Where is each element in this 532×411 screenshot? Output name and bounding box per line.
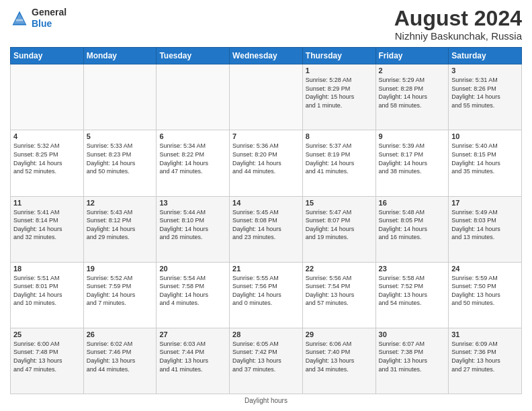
day-info: Sunrise: 5:33 AM Sunset: 8:23 PM Dayligh… <box>87 142 154 175</box>
day-number: 19 <box>87 265 154 273</box>
table-row: 27Sunrise: 6:03 AM Sunset: 7:44 PM Dayli… <box>157 328 230 394</box>
col-saturday: Saturday <box>449 48 522 64</box>
table-row: 3Sunrise: 5:31 AM Sunset: 8:26 PM Daylig… <box>449 64 522 130</box>
svg-marker-1 <box>13 13 26 24</box>
day-info: Sunrise: 5:29 AM Sunset: 8:28 PM Dayligh… <box>379 76 446 109</box>
day-number: 13 <box>159 199 226 207</box>
week-row-0: 1Sunrise: 5:28 AM Sunset: 8:29 PM Daylig… <box>11 64 522 130</box>
day-info: Sunrise: 5:31 AM Sunset: 8:26 PM Dayligh… <box>451 76 519 109</box>
day-number: 29 <box>306 330 373 338</box>
day-info: Sunrise: 5:56 AM Sunset: 7:54 PM Dayligh… <box>306 274 373 308</box>
day-number: 1 <box>306 66 373 75</box>
title-section: August 2024 Nizhniy Baskunchak, Russia <box>394 7 522 42</box>
day-number: 15 <box>306 199 373 207</box>
day-info: Sunrise: 5:39 AM Sunset: 8:17 PM Dayligh… <box>379 142 446 175</box>
table-row: 15Sunrise: 5:47 AM Sunset: 8:07 PM Dayli… <box>302 196 375 262</box>
table-row: 4Sunrise: 5:32 AM Sunset: 8:25 PM Daylig… <box>11 130 84 196</box>
day-number: 25 <box>13 330 81 338</box>
day-info: Sunrise: 6:00 AM Sunset: 7:48 PM Dayligh… <box>13 340 81 373</box>
table-row <box>83 64 157 130</box>
day-info: Sunrise: 5:37 AM Sunset: 8:19 PM Dayligh… <box>306 142 373 175</box>
table-row: 13Sunrise: 5:44 AM Sunset: 8:10 PM Dayli… <box>157 196 230 262</box>
day-number: 14 <box>232 199 300 207</box>
table-row: 20Sunrise: 5:54 AM Sunset: 7:58 PM Dayli… <box>157 262 230 328</box>
col-thursday: Thursday <box>302 48 375 64</box>
footer: Daylight hours <box>10 397 522 404</box>
day-number: 31 <box>451 330 519 338</box>
col-sunday: Sunday <box>11 48 84 64</box>
logo-text: General Blue <box>32 7 66 30</box>
table-row: 10Sunrise: 5:40 AM Sunset: 8:15 PM Dayli… <box>449 130 522 196</box>
col-wednesday: Wednesday <box>230 48 303 64</box>
table-row: 21Sunrise: 5:55 AM Sunset: 7:56 PM Dayli… <box>230 262 303 328</box>
day-number: 17 <box>451 199 519 207</box>
day-number: 4 <box>13 132 81 140</box>
day-number: 6 <box>159 132 226 140</box>
day-info: Sunrise: 5:47 AM Sunset: 8:07 PM Dayligh… <box>306 208 373 242</box>
day-number: 26 <box>87 330 154 338</box>
svg-rect-2 <box>16 19 24 21</box>
day-info: Sunrise: 5:51 AM Sunset: 8:01 PM Dayligh… <box>13 274 81 308</box>
table-row: 17Sunrise: 5:49 AM Sunset: 8:03 PM Dayli… <box>449 196 522 262</box>
day-number: 20 <box>159 265 226 273</box>
calendar-header-row: Sunday Monday Tuesday Wednesday Thursday… <box>11 48 522 64</box>
table-row: 1Sunrise: 5:28 AM Sunset: 8:29 PM Daylig… <box>302 64 375 130</box>
day-info: Sunrise: 5:40 AM Sunset: 8:15 PM Dayligh… <box>451 142 519 175</box>
logo-icon <box>10 9 29 28</box>
page: General Blue August 2024 Nizhniy Baskunc… <box>0 0 532 411</box>
day-number: 23 <box>379 265 446 273</box>
logo: General Blue <box>10 7 66 30</box>
table-row: 25Sunrise: 6:00 AM Sunset: 7:48 PM Dayli… <box>11 328 84 394</box>
day-info: Sunrise: 6:07 AM Sunset: 7:38 PM Dayligh… <box>379 340 446 373</box>
day-info: Sunrise: 5:32 AM Sunset: 8:25 PM Dayligh… <box>13 142 81 175</box>
day-info: Sunrise: 5:49 AM Sunset: 8:03 PM Dayligh… <box>451 208 519 242</box>
table-row: 2Sunrise: 5:29 AM Sunset: 8:28 PM Daylig… <box>375 64 449 130</box>
day-info: Sunrise: 5:36 AM Sunset: 8:20 PM Dayligh… <box>232 142 300 175</box>
week-row-2: 11Sunrise: 5:41 AM Sunset: 8:14 PM Dayli… <box>11 196 522 262</box>
day-number: 8 <box>306 132 373 140</box>
table-row: 22Sunrise: 5:56 AM Sunset: 7:54 PM Dayli… <box>302 262 375 328</box>
day-info: Sunrise: 5:58 AM Sunset: 7:52 PM Dayligh… <box>379 274 446 308</box>
table-row: 5Sunrise: 5:33 AM Sunset: 8:23 PM Daylig… <box>83 130 157 196</box>
day-number: 21 <box>232 265 300 273</box>
col-tuesday: Tuesday <box>157 48 230 64</box>
day-info: Sunrise: 5:54 AM Sunset: 7:58 PM Dayligh… <box>159 274 226 308</box>
day-info: Sunrise: 5:43 AM Sunset: 8:12 PM Dayligh… <box>87 208 154 242</box>
table-row: 6Sunrise: 5:34 AM Sunset: 8:22 PM Daylig… <box>157 130 230 196</box>
table-row: 8Sunrise: 5:37 AM Sunset: 8:19 PM Daylig… <box>302 130 375 196</box>
table-row: 29Sunrise: 6:06 AM Sunset: 7:40 PM Dayli… <box>302 328 375 394</box>
table-row: 23Sunrise: 5:58 AM Sunset: 7:52 PM Dayli… <box>375 262 449 328</box>
day-number: 2 <box>379 66 446 75</box>
week-row-1: 4Sunrise: 5:32 AM Sunset: 8:25 PM Daylig… <box>11 130 522 196</box>
table-row: 30Sunrise: 6:07 AM Sunset: 7:38 PM Dayli… <box>375 328 449 394</box>
day-info: Sunrise: 5:45 AM Sunset: 8:08 PM Dayligh… <box>232 208 300 242</box>
day-number: 11 <box>13 199 81 207</box>
day-number: 5 <box>87 132 154 140</box>
table-row <box>230 64 303 130</box>
table-row: 14Sunrise: 5:45 AM Sunset: 8:08 PM Dayli… <box>230 196 303 262</box>
day-number: 9 <box>379 132 446 140</box>
day-number: 27 <box>159 330 226 338</box>
day-info: Sunrise: 5:41 AM Sunset: 8:14 PM Dayligh… <box>13 208 81 242</box>
table-row: 9Sunrise: 5:39 AM Sunset: 8:17 PM Daylig… <box>375 130 449 196</box>
table-row: 16Sunrise: 5:48 AM Sunset: 8:05 PM Dayli… <box>375 196 449 262</box>
day-info: Sunrise: 5:59 AM Sunset: 7:50 PM Dayligh… <box>451 274 519 308</box>
day-info: Sunrise: 5:55 AM Sunset: 7:56 PM Dayligh… <box>232 274 300 308</box>
header: General Blue August 2024 Nizhniy Baskunc… <box>10 7 522 42</box>
calendar-table: Sunday Monday Tuesday Wednesday Thursday… <box>10 47 522 394</box>
day-number: 12 <box>87 199 154 207</box>
week-row-4: 25Sunrise: 6:00 AM Sunset: 7:48 PM Dayli… <box>11 328 522 394</box>
footer-label: Daylight hours <box>245 397 287 404</box>
table-row: 24Sunrise: 5:59 AM Sunset: 7:50 PM Dayli… <box>449 262 522 328</box>
day-info: Sunrise: 6:05 AM Sunset: 7:42 PM Dayligh… <box>232 340 300 373</box>
col-friday: Friday <box>375 48 449 64</box>
day-info: Sunrise: 5:34 AM Sunset: 8:22 PM Dayligh… <box>159 142 226 175</box>
table-row: 19Sunrise: 5:52 AM Sunset: 7:59 PM Dayli… <box>83 262 157 328</box>
table-row: 18Sunrise: 5:51 AM Sunset: 8:01 PM Dayli… <box>11 262 84 328</box>
day-info: Sunrise: 6:03 AM Sunset: 7:44 PM Dayligh… <box>159 340 226 373</box>
day-number: 3 <box>451 66 519 75</box>
day-info: Sunrise: 5:44 AM Sunset: 8:10 PM Dayligh… <box>159 208 226 242</box>
day-info: Sunrise: 6:09 AM Sunset: 7:36 PM Dayligh… <box>451 340 519 373</box>
day-info: Sunrise: 6:06 AM Sunset: 7:40 PM Dayligh… <box>306 340 373 373</box>
day-number: 7 <box>232 132 300 140</box>
